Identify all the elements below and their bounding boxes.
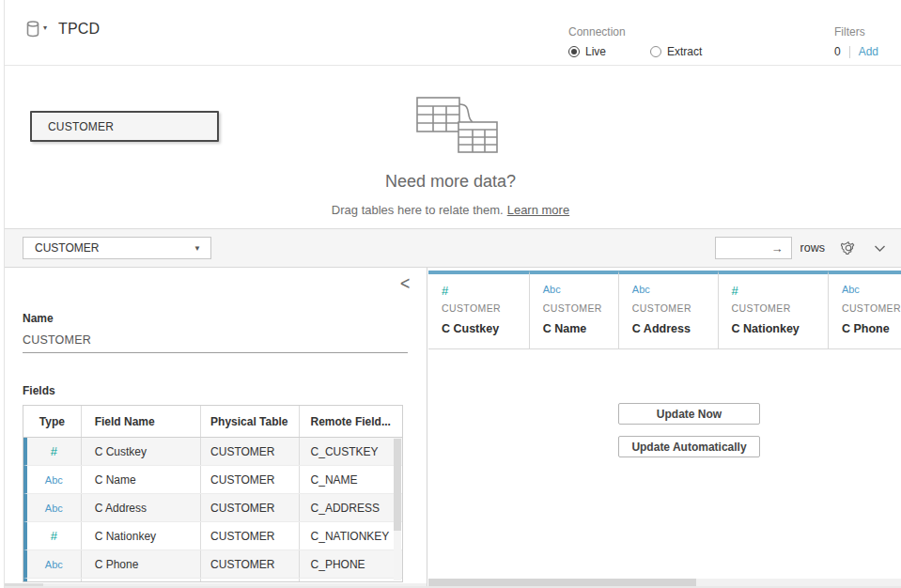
live-radio[interactable]: Live (568, 45, 606, 58)
divider (849, 46, 850, 58)
fields-table: Type Field Name Physical Table Remote Fi… (23, 405, 403, 582)
field-name-cell: C Custkey (81, 438, 200, 465)
physical-table-cell: CUSTOMER (200, 522, 298, 549)
datasource-page: ▾ TPCD Connection Live Extract Filters 0 (0, 0, 901, 588)
live-radio-label: Live (585, 45, 606, 58)
field-row-c-address[interactable]: Abc C Address CUSTOMER C_ADDRESS (23, 494, 402, 522)
remote-field-cell: C_CUSTKEY (299, 438, 402, 465)
extract-radio[interactable]: Extract (650, 45, 702, 58)
physical-table-cell: CUSTOMER (200, 494, 298, 521)
customer-table-node[interactable]: CUSTOMER (30, 111, 219, 142)
tables-illustration-icon (405, 97, 499, 161)
grid-col-field: C Name (543, 322, 618, 335)
rows-limit-field[interactable] (724, 241, 771, 255)
number-type-icon: # (51, 444, 57, 458)
collapse-panel-icon[interactable]: < (399, 272, 411, 293)
data-grid-panel: # CUSTOMER C Custkey Abc CUSTOMER C Name… (428, 268, 901, 588)
fields-table-header: Type Field Name Physical Table Remote Fi… (23, 406, 402, 438)
grid-col-table: CUSTOMER (442, 302, 529, 314)
number-type-icon: # (442, 284, 529, 301)
connection-group: Connection Live Extract (568, 25, 702, 58)
header: ▾ TPCD Connection Live Extract Filters 0 (0, 0, 901, 66)
string-type-icon: Abc (842, 284, 901, 301)
string-type-icon: Abc (45, 559, 63, 570)
grid-col-table: CUSTOMER (842, 302, 901, 314)
rows-limit-input[interactable]: → (715, 237, 792, 259)
grid-col-table: CUSTOMER (732, 302, 828, 314)
field-row-c-name[interactable]: Abc C Name CUSTOMER C_NAME (23, 466, 402, 494)
need-more-data-heading: Need more data? (0, 172, 901, 192)
grid-col-table: CUSTOMER (632, 302, 718, 314)
datasource-title: TPCD (58, 21, 100, 38)
remote-field-cell: C_PHONE (299, 550, 402, 578)
table-select-dropdown[interactable]: CUSTOMER ▼ (23, 237, 211, 259)
grid-col-c-custkey[interactable]: # CUSTOMER C Custkey (428, 271, 529, 348)
field-row-c-custkey[interactable]: # C Custkey CUSTOMER C_CUSTKEY (23, 438, 402, 466)
string-type-icon: Abc (45, 474, 63, 486)
rows-label: rows (800, 241, 825, 255)
grid-col-c-address[interactable]: Abc CUSTOMER C Address (618, 271, 718, 348)
field-row-partial (23, 579, 402, 582)
table-select-value: CUSTOMER (35, 241, 99, 255)
name-label: Name (23, 312, 54, 325)
field-name-cell: C Nationkey (81, 522, 200, 549)
number-type-icon: # (732, 284, 828, 301)
hint-text: Drag tables here to relate them. (332, 203, 504, 217)
data-grid-header: # CUSTOMER C Custkey Abc CUSTOMER C Name… (428, 271, 901, 349)
string-type-icon: Abc (543, 284, 618, 301)
radio-selected-icon (568, 46, 580, 57)
col-header-physical-table[interactable]: Physical Table (200, 406, 298, 437)
grid-col-field: C Phone (842, 322, 901, 335)
filters-count: 0 (834, 45, 841, 58)
fields-label: Fields (23, 384, 55, 397)
grid-col-c-nationkey[interactable]: # CUSTOMER C Nationkey (718, 271, 828, 348)
chevron-down-icon: ▼ (194, 244, 201, 253)
update-automatically-button[interactable]: Update Automatically (618, 436, 760, 457)
field-row-c-phone[interactable]: Abc C Phone CUSTOMER C_PHONE (23, 550, 402, 579)
filters-group: Filters 0 Add (834, 25, 878, 58)
fields-scrollbar-track[interactable] (394, 439, 401, 580)
string-type-icon: Abc (632, 284, 718, 301)
radio-unselected-icon (650, 46, 661, 57)
col-header-field-name[interactable]: Field Name (81, 406, 200, 437)
field-row-c-nationkey[interactable]: # C Nationkey CUSTOMER C_NATIONKEY (23, 522, 402, 550)
update-now-button[interactable]: Update Now (618, 403, 760, 425)
grid-col-field: C Address (632, 322, 718, 335)
number-type-icon: # (51, 529, 57, 543)
grid-col-table: CUSTOMER (543, 302, 618, 314)
extract-radio-label: Extract (667, 45, 702, 58)
grid-hscrollbar[interactable] (428, 579, 901, 586)
gear-icon[interactable] (841, 240, 856, 255)
arrow-right-icon: → (771, 241, 784, 255)
physical-table-cell: CUSTOMER (200, 466, 298, 493)
fields-scrollbar-thumb[interactable] (394, 439, 401, 531)
field-properties-panel: < Name CUSTOMER Fields Type Field Name P… (0, 268, 427, 588)
main-area: < Name CUSTOMER Fields Type Field Name P… (0, 268, 901, 588)
physical-table-cell: CUSTOMER (200, 438, 298, 465)
grid-hscrollbar-thumb[interactable] (428, 579, 696, 586)
learn-more-link[interactable]: Learn more (507, 203, 569, 217)
database-icon[interactable]: ▾ (26, 21, 47, 38)
col-header-remote-field[interactable]: Remote Field... (299, 406, 402, 437)
remote-field-cell: C_NAME (299, 466, 402, 493)
grid-col-c-name[interactable]: Abc CUSTOMER C Name (529, 271, 618, 348)
filters-label: Filters (834, 25, 878, 39)
field-name-cell: C Phone (81, 550, 200, 578)
table-name-input[interactable]: CUSTOMER (23, 328, 408, 353)
collapsed-left-pane[interactable] (0, 0, 5, 588)
grid-col-field: C Custkey (442, 322, 529, 335)
chevron-down-icon[interactable] (874, 244, 886, 253)
field-name-cell: C Address (81, 494, 200, 521)
physical-table-cell: CUSTOMER (200, 550, 298, 578)
string-type-icon: Abc (45, 503, 63, 514)
grid-col-field: C Nationkey (732, 322, 828, 335)
remote-field-cell: C_NATIONKEY (299, 522, 402, 549)
grid-col-c-phone[interactable]: Abc CUSTOMER C Phone (828, 271, 901, 348)
chevron-down-icon: ▾ (43, 23, 47, 32)
relationship-canvas[interactable]: CUSTOMER Need more data? Drag tables her… (0, 67, 901, 229)
drag-tables-hint: Drag tables here to relate them.Learn mo… (0, 203, 901, 217)
connection-label: Connection (568, 25, 702, 39)
grid-toolbar: CUSTOMER ▼ → rows (0, 229, 901, 268)
add-filter-link[interactable]: Add (859, 45, 878, 58)
col-header-type[interactable]: Type (23, 406, 81, 437)
